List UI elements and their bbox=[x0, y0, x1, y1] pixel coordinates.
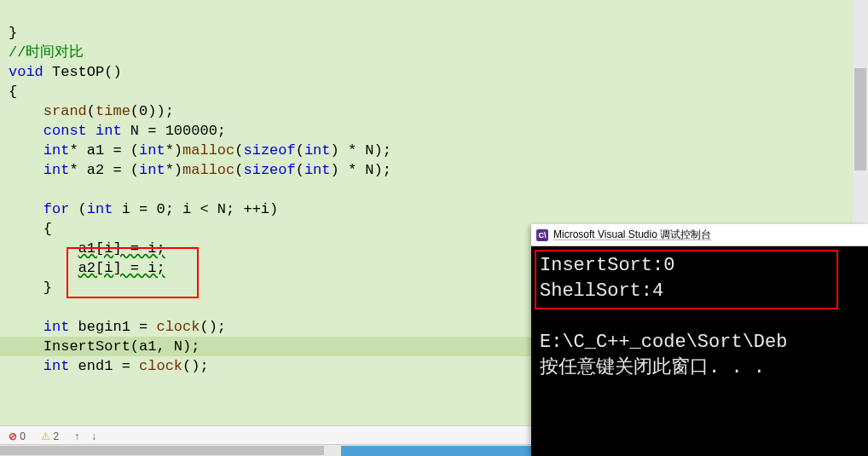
code-line: const int N = 100000; bbox=[9, 123, 226, 139]
blank-line bbox=[9, 182, 17, 198]
error-icon: ⊘ bbox=[9, 430, 17, 442]
warning-count[interactable]: ⚠ 2 bbox=[41, 430, 59, 442]
scrollbar-thumb[interactable] bbox=[0, 446, 324, 455]
console-window[interactable]: C\ Microsoft Visual Studio 调试控制台 InsertS… bbox=[531, 224, 868, 456]
code-line: srand(time(0)); bbox=[9, 103, 174, 119]
scrollbar-thumb[interactable] bbox=[854, 68, 866, 170]
code-line: int begin1 = clock(); bbox=[9, 319, 226, 335]
code-line: { bbox=[9, 221, 52, 237]
code-line: a1[i] = i; bbox=[9, 240, 165, 257]
code-line: for (int i = 0; i < N; ++i) bbox=[9, 201, 278, 217]
code-line: { bbox=[9, 84, 17, 100]
code-line: void TestOP() bbox=[9, 64, 122, 80]
console-titlebar[interactable]: C\ Microsoft Visual Studio 调试控制台 bbox=[531, 224, 868, 246]
code-line: int end1 = clock(); bbox=[9, 358, 209, 374]
code-line: a2[i] = i; bbox=[9, 260, 165, 276]
error-count[interactable]: ⊘ 0 bbox=[9, 430, 26, 442]
vs-icon: C\ bbox=[536, 229, 548, 241]
warning-icon: ⚠ bbox=[41, 430, 50, 442]
arrow-down-icon[interactable]: ↓ bbox=[91, 430, 96, 442]
arrow-up-icon[interactable]: ↑ bbox=[74, 430, 79, 442]
blank-line bbox=[9, 299, 17, 315]
code-line: } bbox=[9, 280, 52, 296]
code-line: } bbox=[9, 25, 17, 41]
console-title-text: Microsoft Visual Studio 调试控制台 bbox=[553, 228, 711, 242]
code-line: int* a1 = (int*)malloc(sizeof(int) * N); bbox=[9, 142, 391, 159]
console-output: InsertSort:0 ShellSort:4 E:\C_C++_code\S… bbox=[531, 246, 868, 388]
comment: //时间对比 bbox=[9, 44, 84, 61]
code-line: int* a2 = (int*)malloc(sizeof(int) * N); bbox=[9, 162, 391, 178]
